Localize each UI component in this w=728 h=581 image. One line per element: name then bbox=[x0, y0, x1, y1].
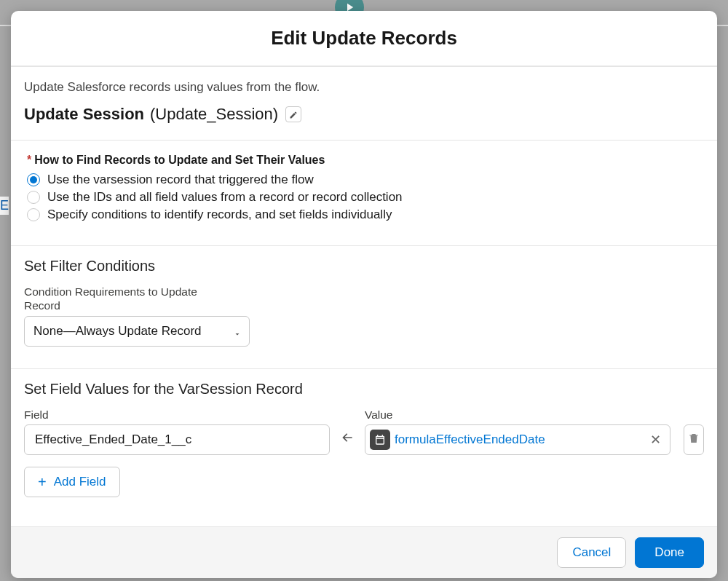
arrow-left-icon bbox=[340, 430, 355, 448]
value-label: Value bbox=[365, 408, 554, 422]
find-records-radio-group: Use the varsession record that triggered… bbox=[27, 171, 704, 224]
filter-section: Set Filter Conditions Condition Requirem… bbox=[11, 246, 717, 360]
field-values-heading: Set Field Values for the VarSession Reco… bbox=[24, 381, 704, 398]
cancel-label: Cancel bbox=[572, 545, 611, 560]
add-field-button[interactable]: + Add Field bbox=[24, 467, 120, 497]
radio-icon bbox=[27, 208, 40, 221]
condition-requirements-value: None—Always Update Record bbox=[33, 324, 202, 339]
value-column: Value formulaEffectiveEndedDate ✕ bbox=[365, 408, 670, 455]
pencil-icon bbox=[289, 105, 298, 124]
condition-requirements-label: Condition Requirements to Update Record bbox=[24, 285, 213, 313]
filter-heading: Set Filter Conditions bbox=[24, 258, 704, 274]
field-input[interactable]: Effective_Ended_Date_1__c bbox=[24, 424, 330, 455]
modal-description: Update Salesforce records using values f… bbox=[24, 80, 704, 95]
field-label: Field bbox=[24, 408, 213, 422]
record-title: Update Session (Update_Session) bbox=[24, 105, 704, 124]
done-button[interactable]: Done bbox=[635, 537, 704, 568]
edit-update-records-modal: Edit Update Records Update Salesforce re… bbox=[11, 11, 717, 578]
modal-title: Edit Update Records bbox=[11, 27, 717, 50]
delete-row-button[interactable] bbox=[684, 424, 704, 455]
modal-header: Edit Update Records bbox=[11, 11, 717, 67]
value-input[interactable]: formulaEffectiveEndedDate ✕ bbox=[365, 424, 670, 455]
radio-label: Specify conditions to identify records, … bbox=[47, 208, 392, 222]
modal-body: Update Salesforce records using values f… bbox=[11, 67, 717, 526]
assignment-arrow bbox=[340, 424, 355, 455]
radio-option-ids-collection[interactable]: Use the IDs and all field values from a … bbox=[27, 189, 704, 206]
date-icon bbox=[370, 430, 390, 450]
condition-requirements-select[interactable]: None—Always Update Record bbox=[24, 316, 250, 347]
backdrop-text: E bbox=[0, 197, 9, 215]
plus-icon: + bbox=[38, 475, 47, 489]
clear-value-button[interactable]: ✕ bbox=[646, 432, 665, 448]
record-label: Update Session bbox=[24, 105, 144, 124]
radio-icon bbox=[27, 173, 40, 186]
record-api-name: (Update_Session) bbox=[150, 105, 278, 124]
radio-option-triggering-record[interactable]: Use the varsession record that triggered… bbox=[27, 171, 704, 189]
field-value-row: Field Effective_Ended_Date_1__c Value bbox=[24, 408, 704, 455]
trash-icon bbox=[687, 432, 700, 448]
cancel-button[interactable]: Cancel bbox=[557, 537, 626, 568]
radio-option-specify-conditions[interactable]: Specify conditions to identify records, … bbox=[27, 206, 704, 224]
find-records-section: How to Find Records to Update and Set Th… bbox=[11, 141, 717, 237]
add-field-label: Add Field bbox=[54, 475, 106, 489]
find-records-label: How to Find Records to Update and Set Th… bbox=[27, 154, 704, 167]
radio-icon bbox=[27, 191, 40, 204]
radio-label: Use the varsession record that triggered… bbox=[47, 173, 314, 187]
modal-footer: Cancel Done bbox=[11, 526, 717, 578]
intro-section: Update Salesforce records using values f… bbox=[11, 67, 717, 131]
edit-name-button[interactable] bbox=[285, 106, 301, 122]
field-input-value: Effective_Ended_Date_1__c bbox=[35, 432, 191, 447]
value-pill-text: formulaEffectiveEndedDate bbox=[395, 432, 641, 447]
field-column: Field Effective_Ended_Date_1__c bbox=[24, 408, 330, 455]
done-label: Done bbox=[654, 545, 684, 560]
field-values-section: Set Field Values for the VarSession Reco… bbox=[11, 369, 717, 513]
chevron-down-icon bbox=[233, 328, 240, 335]
radio-label: Use the IDs and all field values from a … bbox=[47, 190, 403, 205]
